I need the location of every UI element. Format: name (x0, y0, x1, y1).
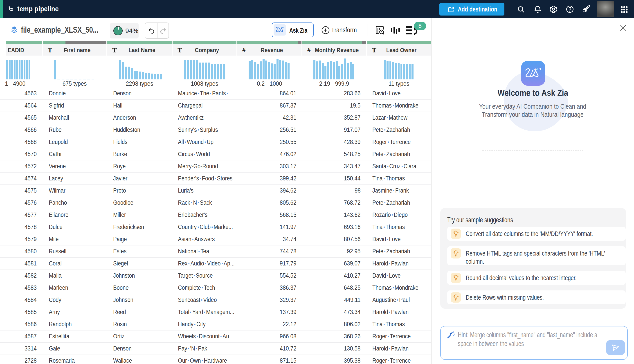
svg-text:GPT: GPT (282, 26, 284, 28)
